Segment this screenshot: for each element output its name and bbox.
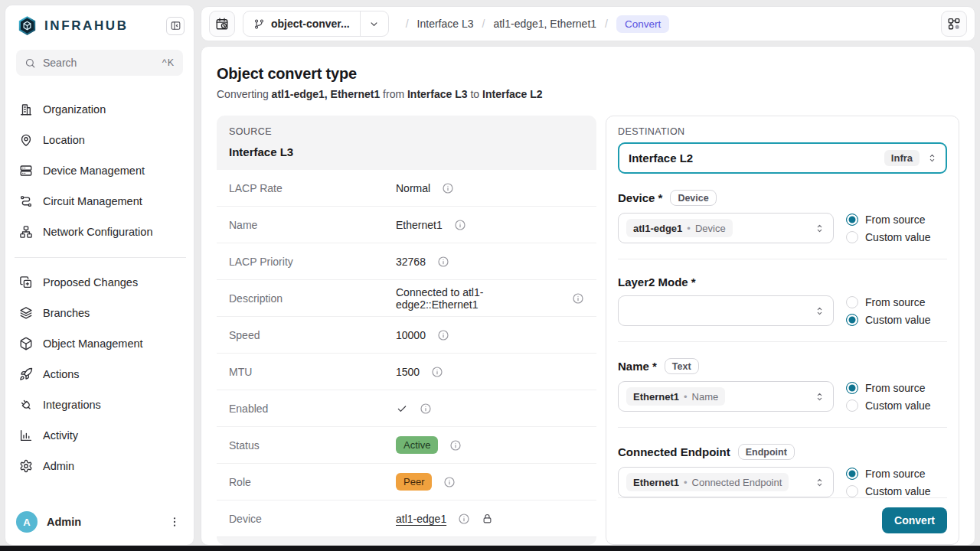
sidebar-item-admin[interactable]: Admin — [5, 451, 194, 481]
sidebar-item-location[interactable]: Location — [5, 125, 194, 155]
name-select[interactable]: Ethernet1•Name — [618, 381, 834, 412]
sidebar-item-circuit-management[interactable]: Circuit Management — [5, 186, 194, 217]
breadcrumb-item-schema[interactable]: Interface L3 — [417, 18, 474, 30]
custom-value-radio[interactable]: Custom value — [846, 399, 947, 412]
select-stepper-icon — [814, 223, 825, 234]
kebab-icon — [168, 516, 181, 528]
table-row: Role Peer — [217, 464, 596, 500]
device-select[interactable]: atl1-edge1•Device — [618, 213, 834, 243]
value-source-radios: From source Custom value — [846, 296, 947, 326]
top-header: object-conver... / Interface L3 / atl1-e… — [201, 6, 975, 41]
plug-icon — [19, 398, 33, 412]
from-source-radio[interactable]: From source — [846, 468, 947, 480]
time-travel-button[interactable] — [209, 11, 235, 37]
subtitle-text: Converting — [217, 88, 272, 100]
divider — [618, 427, 947, 428]
attribute-label: Status — [229, 439, 396, 452]
from-source-radio[interactable]: From source — [846, 214, 947, 226]
sidebar-item-integrations[interactable]: Integrations — [5, 390, 194, 420]
map-pin-icon — [19, 133, 33, 147]
value-name: atl1-edge1 — [633, 223, 682, 234]
calendar-clock-icon — [215, 17, 229, 31]
sidebar-item-label: Actions — [43, 368, 80, 380]
attribute-label: Enabled — [229, 403, 396, 415]
attribute-value: Normal — [396, 182, 430, 194]
radio-selected — [846, 314, 858, 326]
info-icon[interactable] — [420, 403, 432, 415]
branch-name: object-conver... — [271, 18, 350, 30]
info-icon[interactable] — [437, 329, 449, 341]
sidebar-item-actions[interactable]: Actions — [5, 359, 194, 390]
sidebar-item-organization[interactable]: Organization — [5, 94, 194, 125]
chart-icon — [19, 429, 33, 442]
value-source-radios: From source Custom value — [846, 382, 947, 412]
radio-label: Custom value — [865, 314, 931, 326]
sidebar-item-proposed-changes[interactable]: Proposed Changes — [5, 267, 194, 298]
breadcrumb-item-convert[interactable]: Convert — [616, 15, 669, 33]
info-icon[interactable] — [454, 219, 466, 231]
connected-endpoint-select[interactable]: Ethernet1•Connected Endpoint — [618, 467, 834, 497]
value-name: Ethernet1 — [633, 477, 679, 488]
table-row: LACP Rate Normal — [217, 170, 596, 207]
schema-button[interactable] — [941, 11, 967, 37]
info-icon[interactable] — [443, 476, 456, 488]
user-menu-button[interactable] — [166, 514, 183, 530]
subtitle-text: from — [380, 88, 407, 100]
custom-value-radio[interactable]: Custom value — [846, 231, 947, 243]
user-menu: A Admin — [5, 500, 194, 545]
breadcrumb: / Interface L3 / atl1-edge1, Ethernet1 /… — [406, 15, 670, 33]
sidebar-item-activity[interactable]: Activity — [5, 420, 194, 451]
field-label: Device * — [618, 191, 662, 204]
gear-icon — [19, 459, 33, 473]
sidebar-item-network-configuration[interactable]: Network Configuration — [5, 217, 194, 247]
sidebar-item-object-management[interactable]: Object Management — [5, 328, 194, 359]
device-link[interactable]: atl1-edge1 — [396, 513, 446, 525]
radio-unselected — [846, 296, 858, 308]
from-source-radio[interactable]: From source — [846, 296, 947, 308]
layer2-mode-select[interactable] — [618, 295, 834, 326]
sidebar-item-device-management[interactable]: Device Management — [5, 155, 194, 186]
search-input[interactable] — [43, 57, 155, 69]
value-name: Ethernet1 — [633, 391, 679, 403]
selected-value-pill: atl1-edge1•Device — [626, 219, 733, 237]
divider — [618, 259, 947, 259]
sidebar-item-label: Proposed Changes — [43, 276, 138, 289]
table-row: LACP Priority 32768 — [217, 243, 596, 280]
breadcrumb-item-object[interactable]: atl1-edge1, Ethernet1 — [493, 18, 596, 30]
destination-type-select[interactable]: Interface L2 Infra — [618, 142, 947, 174]
source-panel: SOURCE Interface L3 LACP Rate Normal Nam… — [217, 116, 596, 545]
sidebar-item-label: Object Management — [43, 337, 143, 350]
rocket-icon — [19, 367, 33, 381]
info-icon[interactable] — [572, 292, 584, 305]
radio-unselected — [846, 399, 858, 412]
radio-unselected — [846, 231, 858, 243]
value-kind: Name — [692, 391, 719, 403]
info-icon[interactable] — [437, 256, 449, 268]
from-source-radio[interactable]: From source — [846, 382, 947, 394]
subtitle-from-type: Interface L3 — [407, 88, 468, 100]
info-icon[interactable] — [442, 182, 454, 194]
info-icon[interactable] — [449, 439, 462, 452]
radio-label: Custom value — [865, 485, 931, 497]
value-kind: Device — [695, 223, 726, 234]
select-stepper-icon — [814, 477, 825, 488]
sidebar-item-label: Device Management — [43, 165, 145, 177]
field-label: Connected Endpoint — [618, 445, 730, 458]
sidebar-nav: Organization Location Device Management … — [5, 94, 194, 481]
custom-value-radio[interactable]: Custom value — [846, 485, 947, 497]
sidebar-item-branches[interactable]: Branches — [5, 298, 194, 328]
search-box[interactable]: ^K — [16, 50, 183, 76]
branch-dropdown-toggle[interactable] — [361, 11, 388, 36]
select-stepper-icon — [926, 152, 938, 164]
convert-button[interactable]: Convert — [882, 507, 947, 533]
source-panel-label: SOURCE — [229, 126, 584, 137]
info-icon[interactable] — [458, 513, 470, 525]
attribute-value: 1500 — [396, 366, 420, 378]
info-icon[interactable] — [431, 366, 443, 378]
lock-icon — [482, 513, 493, 524]
field-group-name: Name * Text Ethernet1•Name From source C… — [618, 358, 947, 412]
app-title: INFRAHUB — [44, 18, 129, 34]
sidebar-collapse-button[interactable] — [166, 17, 185, 35]
custom-value-radio[interactable]: Custom value — [846, 314, 947, 326]
branch-selector[interactable]: object-conver... — [243, 11, 389, 37]
